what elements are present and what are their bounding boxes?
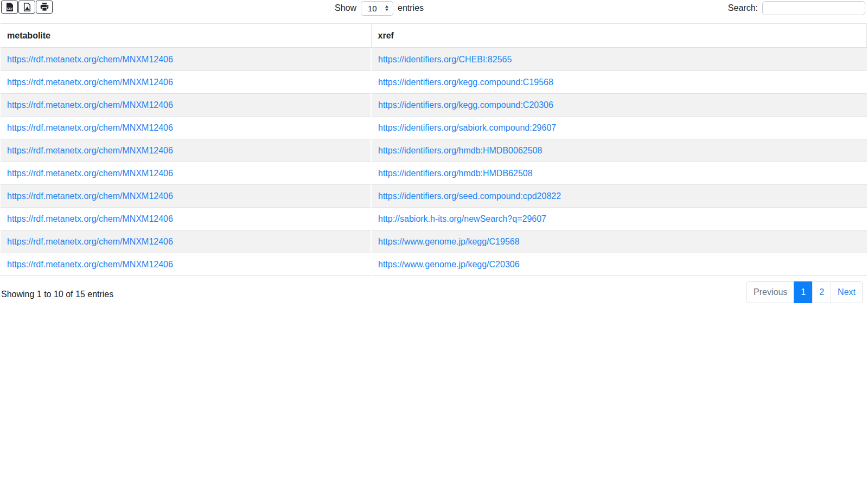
pagination: Previous 1 2 Next: [746, 281, 863, 303]
pagination-page-2[interactable]: 2: [812, 281, 831, 303]
search-label: Search:: [728, 3, 758, 13]
search-input[interactable]: [762, 1, 865, 15]
metabolite-link[interactable]: https://rdf.metanetx.org/chem/MNXM12406: [7, 237, 173, 246]
column-header-metabolite[interactable]: metabolite: [1, 24, 371, 48]
table-row: https://rdf.metanetx.org/chem/MNXM12406 …: [1, 208, 867, 230]
export-button-group: CSV: [1, 1, 53, 14]
table-info: Showing 1 to 10 of 15 entries: [1, 290, 113, 299]
xref-link[interactable]: https://identifiers.org/hmdb:HMDB62508: [378, 169, 533, 178]
xref-link[interactable]: https://www.genome.jp/kegg/C19568: [378, 237, 520, 246]
xref-link[interactable]: https://identifiers.org/hmdb:HMDB0062508: [378, 146, 542, 155]
xref-link[interactable]: https://identifiers.org/seed.compound:cp…: [378, 191, 561, 201]
xref-link[interactable]: https://identifiers.org/CHEBI:82565: [378, 55, 512, 64]
metabolite-link[interactable]: https://rdf.metanetx.org/chem/MNXM12406: [7, 214, 173, 223]
xref-link[interactable]: https://identifiers.org/sabiork.compound…: [378, 123, 556, 132]
metabolite-link[interactable]: https://rdf.metanetx.org/chem/MNXM12406: [7, 78, 173, 87]
table-row: https://rdf.metanetx.org/chem/MNXM12406 …: [1, 162, 867, 185]
page-length-control: Show 10 entries: [335, 0, 424, 16]
column-header-xref[interactable]: xref: [371, 24, 867, 48]
pagination-next[interactable]: Next: [831, 281, 863, 303]
metabolite-link[interactable]: https://rdf.metanetx.org/chem/MNXM12406: [7, 146, 173, 155]
entries-label: entries: [398, 3, 424, 13]
xref-link[interactable]: http://sabiork.h-its.org/newSearch?q=296…: [378, 214, 546, 223]
show-label: Show: [335, 3, 356, 13]
metabolite-link[interactable]: https://rdf.metanetx.org/chem/MNXM12406: [7, 191, 173, 201]
xref-link[interactable]: https://identifiers.org/kegg.compound:C1…: [378, 78, 553, 87]
table-row: https://rdf.metanetx.org/chem/MNXM12406 …: [1, 94, 867, 117]
metabolite-link[interactable]: https://rdf.metanetx.org/chem/MNXM12406: [7, 55, 173, 64]
pdf-export-button[interactable]: [18, 1, 35, 14]
table-row: https://rdf.metanetx.org/chem/MNXM12406 …: [1, 139, 867, 162]
file-csv-icon: CSV: [6, 3, 14, 11]
metabolite-link[interactable]: https://rdf.metanetx.org/chem/MNXM12406: [7, 169, 173, 178]
page-length-select[interactable]: 10: [361, 1, 393, 16]
file-pdf-icon: [23, 3, 31, 11]
print-button[interactable]: [36, 1, 53, 14]
table-row: https://rdf.metanetx.org/chem/MNXM12406 …: [1, 230, 867, 253]
svg-text:CSV: CSV: [7, 7, 12, 10]
table-row: https://rdf.metanetx.org/chem/MNXM12406 …: [1, 117, 867, 139]
pagination-previous[interactable]: Previous: [746, 281, 794, 303]
xref-link[interactable]: https://identifiers.org/kegg.compound:C2…: [378, 100, 553, 110]
page-length-select-wrap: 10: [361, 1, 393, 16]
printer-icon: [40, 3, 49, 11]
pagination-page-1[interactable]: 1: [794, 281, 813, 303]
table-row: https://rdf.metanetx.org/chem/MNXM12406 …: [1, 185, 867, 208]
xref-table: metabolite xref https://rdf.metanetx.org…: [1, 23, 867, 276]
table-row: https://rdf.metanetx.org/chem/MNXM12406 …: [1, 48, 867, 71]
table-row: https://rdf.metanetx.org/chem/MNXM12406 …: [1, 71, 867, 94]
csv-export-button[interactable]: CSV: [1, 1, 18, 14]
metabolite-link[interactable]: https://rdf.metanetx.org/chem/MNXM12406: [7, 123, 173, 132]
metabolite-link[interactable]: https://rdf.metanetx.org/chem/MNXM12406: [7, 100, 173, 110]
table-header-row: metabolite xref: [1, 24, 867, 48]
search-control: Search:: [728, 0, 865, 16]
xref-link[interactable]: https://www.genome.jp/kegg/C20306: [378, 260, 520, 269]
table-row: https://rdf.metanetx.org/chem/MNXM12406 …: [1, 253, 867, 276]
metabolite-link[interactable]: https://rdf.metanetx.org/chem/MNXM12406: [7, 260, 173, 269]
